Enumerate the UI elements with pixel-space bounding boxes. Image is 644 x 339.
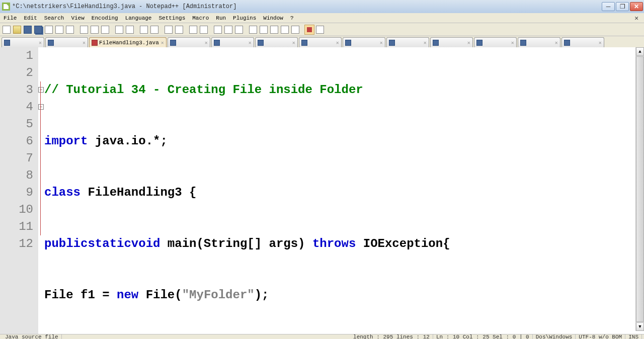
save-macro-button[interactable] — [290, 25, 300, 35]
undo-button[interactable] — [114, 25, 124, 35]
replace-button[interactable] — [149, 25, 159, 35]
file-icon — [433, 40, 439, 46]
code-keyword: throws — [312, 235, 356, 252]
menu-view[interactable]: View — [67, 14, 88, 22]
new-file-button[interactable] — [2, 25, 12, 35]
toggle-highlight-button[interactable] — [304, 25, 314, 35]
tab-inactive-11[interactable]: ✕ — [518, 37, 560, 47]
close-file-button[interactable] — [44, 25, 54, 35]
close-button[interactable]: ✕ — [630, 2, 643, 11]
print-button[interactable] — [65, 25, 75, 35]
paste-button[interactable] — [100, 25, 110, 35]
window-title: *C:\netstrikers\FileHandling3.java - Not… — [12, 3, 236, 10]
minimize-button[interactable]: ─ — [602, 2, 615, 11]
cut-button[interactable] — [79, 25, 89, 35]
tab-close-icon[interactable]: ✕ — [509, 40, 514, 46]
menu-file[interactable]: File — [0, 14, 20, 22]
wrap-button[interactable] — [199, 25, 209, 35]
tab-close-icon[interactable]: ✕ — [290, 40, 295, 46]
doc-map-button[interactable] — [315, 25, 325, 35]
menu-run[interactable]: Run — [212, 14, 229, 22]
menu-help[interactable]: ? — [287, 14, 297, 22]
save-button[interactable] — [23, 25, 33, 35]
code-text: java.io.*; — [88, 133, 167, 150]
close-all-button[interactable] — [54, 25, 64, 35]
tab-close-icon[interactable]: ✕ — [334, 40, 339, 46]
tab-inactive-5[interactable]: ✕ — [255, 37, 298, 47]
line-number-gutter: 123456 789101112 — [0, 47, 38, 334]
sync-scroll-button[interactable] — [188, 25, 198, 35]
menu-edit[interactable]: Edit — [20, 14, 40, 22]
scroll-up-icon[interactable]: ▲ — [636, 47, 644, 56]
menu-bar: File Edit Search View Encoding Language … — [0, 13, 644, 23]
status-encoding: UTF-8 w/o BOM — [576, 334, 625, 339]
file-icon — [389, 40, 395, 46]
fold-collapse-icon[interactable] — [38, 104, 44, 110]
multi-play-button[interactable] — [280, 25, 290, 35]
separator-icon — [75, 25, 78, 35]
editor[interactable]: 123456 789101112 // Tutorial 34 - Creati… — [0, 47, 644, 334]
tab-close-icon[interactable]: ✕ — [37, 40, 42, 46]
show-chars-button[interactable] — [213, 25, 223, 35]
code-text: File f1 = — [44, 287, 117, 304]
tab-inactive-10[interactable]: ✕ — [474, 37, 517, 47]
code-keyword: import — [44, 133, 88, 150]
save-all-button[interactable] — [33, 25, 43, 35]
file-icon — [48, 40, 54, 46]
tab-bar: ✕ ✕ FileHandling3.java✕ ✕ ✕ ✕ ✕ ✕ ✕ ✕ ✕ … — [0, 36, 644, 47]
tab-close-icon[interactable]: ✕ — [597, 40, 602, 46]
zoom-out-button[interactable] — [174, 25, 184, 35]
tab-close-icon[interactable]: ✕ — [203, 40, 208, 46]
file-icon — [170, 40, 176, 46]
tab-close-icon[interactable]: ✕ — [159, 40, 164, 46]
tab-inactive-12[interactable]: ✕ — [561, 37, 604, 47]
record-macro-button[interactable] — [248, 25, 258, 35]
scroll-down-icon[interactable]: ▼ — [636, 322, 644, 331]
play-macro-button[interactable] — [269, 25, 279, 35]
menu-macro[interactable]: Macro — [189, 14, 212, 22]
menu-settings[interactable]: Settings — [155, 14, 189, 22]
tab-inactive-3[interactable]: ✕ — [168, 37, 210, 47]
indent-guide-button[interactable] — [223, 25, 233, 35]
file-icon — [476, 40, 482, 46]
maximize-button[interactable]: ❐ — [616, 2, 629, 11]
tab-inactive-7[interactable]: ✕ — [343, 37, 385, 47]
tab-close-icon[interactable]: ✕ — [378, 40, 383, 46]
open-file-button[interactable] — [12, 25, 22, 35]
zoom-in-button[interactable] — [164, 25, 174, 35]
code-text: IOException{ — [356, 235, 450, 252]
menu-encoding[interactable]: Encoding — [88, 14, 122, 22]
find-button[interactable] — [139, 25, 149, 35]
separator-icon — [245, 25, 248, 35]
tab-close-icon[interactable]: ✕ — [80, 40, 86, 46]
menu-language[interactable]: Language — [122, 14, 155, 22]
vertical-scrollbar[interactable]: ▲ ▼ — [635, 47, 644, 331]
stop-macro-button[interactable] — [259, 25, 269, 35]
fold-margin[interactable] — [38, 47, 44, 334]
code-keyword: public — [44, 235, 88, 252]
redo-button[interactable] — [125, 25, 135, 35]
tab-close-icon[interactable]: ✕ — [465, 40, 470, 46]
tab-close-icon[interactable]: ✕ — [422, 40, 427, 46]
scroll-thumb[interactable] — [636, 56, 644, 322]
code-classname: FileHandling3 { — [80, 184, 196, 201]
tab-active[interactable]: FileHandling3.java✕ — [89, 37, 167, 47]
menu-window[interactable]: Window — [260, 14, 287, 22]
tab-inactive-1[interactable]: ✕ — [2, 37, 44, 47]
tab-inactive-9[interactable]: ✕ — [430, 37, 473, 47]
tab-inactive-8[interactable]: ✕ — [386, 37, 429, 47]
code-text: ); — [255, 287, 269, 304]
file-icon — [345, 40, 351, 46]
copy-button[interactable] — [90, 25, 100, 35]
tab-inactive-4[interactable]: ✕ — [211, 37, 254, 47]
tab-close-icon[interactable]: ✕ — [247, 40, 252, 46]
tab-inactive-2[interactable]: ✕ — [45, 37, 88, 47]
code-area[interactable]: // Tutorial 34 - Creating File inside Fo… — [44, 47, 644, 334]
tab-close-icon[interactable]: ✕ — [553, 40, 558, 46]
menu-plugins[interactable]: Plugins — [229, 14, 260, 22]
fold-collapse-icon[interactable] — [38, 87, 44, 93]
menu-search[interactable]: Search — [41, 14, 68, 22]
mdi-close-icon[interactable]: ✕ — [631, 13, 642, 23]
user-lang-button[interactable] — [234, 25, 244, 35]
tab-inactive-6[interactable]: ✕ — [299, 37, 342, 47]
